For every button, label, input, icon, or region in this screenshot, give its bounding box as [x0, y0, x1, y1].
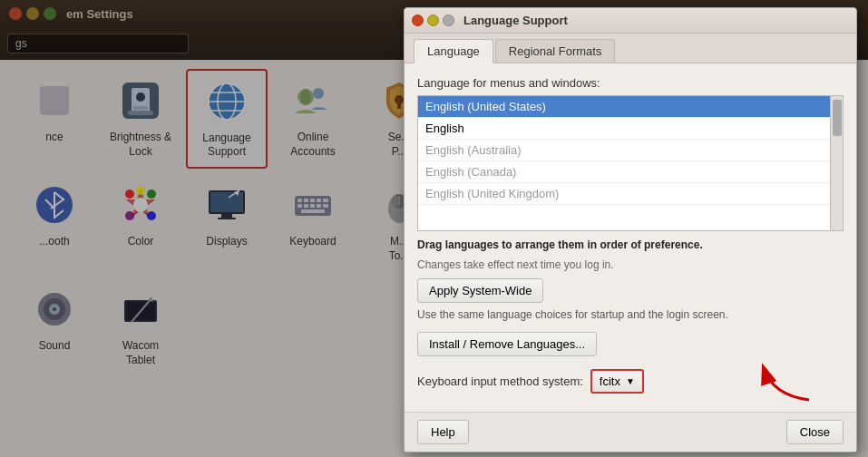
language-list[interactable]: English (United States) English English … — [417, 95, 844, 231]
language-dialog: Language Support Language Regional Forma… — [404, 7, 857, 452]
lang-section-label: Language for menus and windows: — [417, 76, 844, 90]
dialog-min-btn[interactable] — [427, 15, 439, 26]
dialog-tabs: Language Regional Formats — [405, 34, 856, 63]
keyboard-input-value: fcitx — [600, 374, 620, 388]
apply-system-wide-button[interactable]: Apply System-Wide — [417, 278, 543, 303]
lang-item-en-au[interactable]: English (Australia) — [418, 140, 843, 161]
dialog-close-btn[interactable] — [412, 15, 424, 26]
help-button[interactable]: Help — [417, 420, 469, 444]
lang-item-en-ca[interactable]: English (Canada) — [418, 161, 843, 183]
lang-item-en[interactable]: English — [418, 118, 843, 140]
keyboard-input-label: Keyboard input method system: — [417, 374, 583, 388]
drag-hint: Drag languages to arrange them in order … — [417, 238, 844, 251]
tab-language[interactable]: Language — [414, 39, 493, 63]
dialog-content: Language for menus and windows: English … — [405, 63, 856, 412]
dropdown-arrow-icon: ▼ — [626, 376, 635, 386]
dialog-titlebar: Language Support — [405, 8, 856, 34]
dialog-max-btn[interactable] — [443, 15, 454, 26]
dialog-title: Language Support — [463, 14, 568, 27]
dialog-footer: Help Close — [405, 412, 856, 452]
keyboard-input-row: Keyboard input method system: fcitx ▼ — [417, 369, 844, 394]
drag-hint-sub: Changes take effect next time you log in… — [417, 258, 844, 271]
install-remove-button[interactable]: Install / Remove Languages... — [417, 332, 597, 356]
close-dialog-button[interactable]: Close — [786, 420, 844, 444]
system-wide-hint: Use the same language choices for startu… — [417, 308, 844, 321]
lang-item-en-gb[interactable]: English (United Kingdom) — [418, 183, 843, 205]
language-list-scrollbar[interactable] — [830, 96, 843, 230]
tab-regional[interactable]: Regional Formats — [495, 39, 616, 63]
scrollbar-thumb — [833, 100, 842, 136]
keyboard-input-dropdown[interactable]: fcitx ▼ — [590, 369, 644, 394]
drag-hint-bold: Drag languages to arrange them in order … — [417, 238, 703, 251]
lang-item-en-us[interactable]: English (United States) — [418, 96, 843, 118]
